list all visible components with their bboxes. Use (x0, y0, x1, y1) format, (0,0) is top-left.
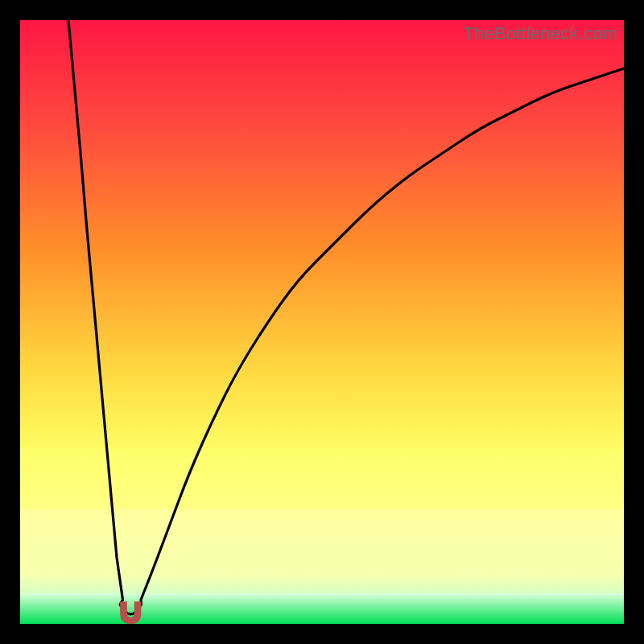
watermark-text: TheBottleneck.com (463, 23, 617, 44)
green-band (20, 594, 624, 625)
gradient-background (20, 20, 624, 624)
bottleneck-chart (20, 20, 624, 624)
chart-frame: TheBottleneck.com (20, 20, 624, 624)
